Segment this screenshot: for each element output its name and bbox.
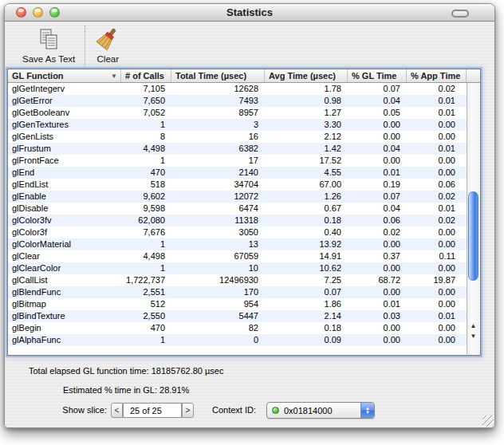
table-row[interactable]: glClear4,4986705914.910.370.11 (8, 250, 467, 262)
table-row[interactable]: glBegin470820.180.000.00 (8, 322, 467, 334)
table-cell: 0.04 (348, 203, 407, 215)
table-cell: 2,550 (121, 310, 171, 322)
table-cell: glColor3f (8, 226, 121, 238)
table-row[interactable]: glClearColor11010.620.000.00 (8, 262, 467, 274)
column-header[interactable]: % GL Time (348, 69, 407, 82)
vertical-scrollbar[interactable]: ▲ ▼ (467, 83, 479, 354)
show-slice-label: Show slice: (5, 405, 107, 415)
table-cell: 470 (121, 167, 171, 179)
table-cell: 0.01 (407, 107, 467, 119)
table-cell: 5447 (171, 310, 265, 322)
context-id-popup[interactable]: 0x01814000 ▲▼ (266, 402, 375, 419)
table-row[interactable]: glBitmap5129541.860.010.00 (8, 298, 467, 310)
table-cell: glClear (8, 250, 121, 262)
table-row[interactable]: glGenTextures133.300.000.00 (8, 119, 467, 131)
table-cell: 1 (121, 119, 171, 131)
resize-grip[interactable] (482, 415, 494, 427)
table-cell: 10.62 (265, 262, 348, 274)
table-cell: 4,498 (121, 143, 171, 155)
table-row[interactable]: glColor3fv62,080113180.180.060.02 (8, 215, 467, 226)
table-row[interactable]: glDisable9,59864740.670.040.01 (8, 203, 467, 215)
table-row[interactable]: glGetIntegerv7,105126281.780.070.02 (8, 83, 467, 95)
table-cell: 67059 (171, 250, 265, 262)
table-row[interactable]: glBindTexture2,55054472.140.030.01 (8, 310, 467, 322)
table-cell: 7.25 (265, 274, 348, 286)
save-as-text-button[interactable]: Save As Text (14, 26, 83, 65)
table-cell: glGetIntegerv (8, 83, 121, 95)
column-header[interactable]: Total Time (µsec) (171, 69, 265, 82)
table-row[interactable]: glGenLists8162.120.000.00 (8, 131, 467, 143)
slice-previous-button[interactable]: < (111, 403, 123, 418)
table-cell: 12496930 (171, 274, 265, 286)
table-row[interactable]: glGetBooleanv7,05289571.270.050.01 (8, 107, 467, 119)
context-id-value: 0x01814000 (284, 406, 360, 415)
table-cell: glFrontFace (8, 155, 121, 167)
window-title: Statistics (5, 6, 494, 18)
table-row[interactable]: glColorMaterial11313.920.000.00 (8, 238, 467, 250)
table-cell: 0.01 (407, 143, 467, 155)
table-row[interactable]: glFrustum4,49863821.420.040.01 (8, 143, 467, 155)
table-cell: 1.42 (265, 143, 348, 155)
table-cell: glBlendFunc (8, 286, 121, 298)
table-cell: 8957 (171, 107, 265, 119)
table-cell: 0.00 (407, 334, 467, 346)
table-row[interactable]: glFrontFace11717.520.000.00 (8, 155, 467, 167)
table-cell: 12072 (171, 191, 265, 203)
table-cell: 0.00 (348, 238, 407, 250)
table-cell: glFrustum (8, 143, 121, 155)
scroll-down-icon[interactable]: ▼ (467, 331, 479, 341)
scroll-up-icon[interactable]: ▲ (467, 321, 479, 331)
table-cell: 16 (171, 131, 265, 143)
table-cell: 0 (171, 334, 265, 346)
table-cell: glGenLists (8, 131, 121, 143)
table-cell: 512 (121, 298, 171, 310)
table-cell: glColorMaterial (8, 238, 121, 250)
clear-button[interactable]: Clear (87, 26, 128, 65)
table-cell: 7,052 (121, 107, 171, 119)
table-cell: glGenTextures (8, 119, 121, 131)
gl-percent-value: 28.91% (159, 385, 189, 395)
table-row[interactable]: glEndList5183470467.000.190.06 (8, 179, 467, 191)
save-as-text-icon (36, 27, 61, 53)
table-cell: glGetError (8, 95, 121, 107)
table-cell: 0.09 (265, 334, 348, 346)
table-row[interactable]: glEnable9,602120721.260.070.02 (8, 191, 467, 203)
table-row[interactable]: glColor3f7,67630500.400.020.00 (8, 226, 467, 238)
slice-input[interactable] (123, 403, 182, 418)
toolbar-toggle-button[interactable] (451, 10, 469, 18)
table-cell: 67.00 (265, 179, 348, 191)
column-header[interactable]: Avg Time (µsec) (265, 69, 348, 82)
title-bar[interactable]: Statistics (5, 4, 494, 22)
table-cell: 170 (171, 286, 265, 298)
slice-next-button[interactable]: > (182, 403, 194, 418)
table-cell: 0.00 (407, 155, 467, 167)
column-header[interactable]: % App Time (407, 69, 467, 82)
table-cell: 0.00 (348, 155, 407, 167)
table-row[interactable]: glCallList1,722,737124969307.2568.7219.8… (8, 274, 467, 286)
table-cell: glColor3fv (8, 215, 121, 226)
table-cell: 0.01 (348, 298, 407, 310)
table-cell: 0.00 (407, 322, 467, 334)
table-cell: 0.05 (348, 107, 407, 119)
table-cell: 9,598 (121, 203, 171, 215)
table-cell: 13 (171, 238, 265, 250)
column-header[interactable]: # of Calls (121, 69, 171, 82)
table-row[interactable]: glAlphaFunc100.090.000.00 (8, 334, 467, 346)
clear-icon (95, 27, 120, 53)
table-cell: 7493 (171, 95, 265, 107)
table-cell: 14.91 (265, 250, 348, 262)
column-header-filler (467, 69, 480, 82)
table-row[interactable]: glBlendFunc2,5511700.070.000.00 (8, 286, 467, 298)
scrollbar-thumb[interactable] (468, 191, 478, 281)
table-header: GL Function▼# of CallsTotal Time (µsec)A… (8, 69, 480, 83)
table-row[interactable]: glEnd47021404.550.010.00 (8, 167, 467, 179)
column-header[interactable]: GL Function▼ (8, 69, 121, 82)
table-cell: 0.00 (407, 119, 467, 131)
table-cell: glBegin (8, 322, 121, 334)
table-row[interactable]: glGetError7,65074930.980.040.01 (8, 95, 467, 107)
table-cell: glBitmap (8, 298, 121, 310)
table-cell: 4,498 (121, 250, 171, 262)
table-cell: 3050 (171, 226, 265, 238)
popup-arrows-icon: ▲▼ (360, 403, 374, 418)
table-cell: 0.00 (407, 298, 467, 310)
